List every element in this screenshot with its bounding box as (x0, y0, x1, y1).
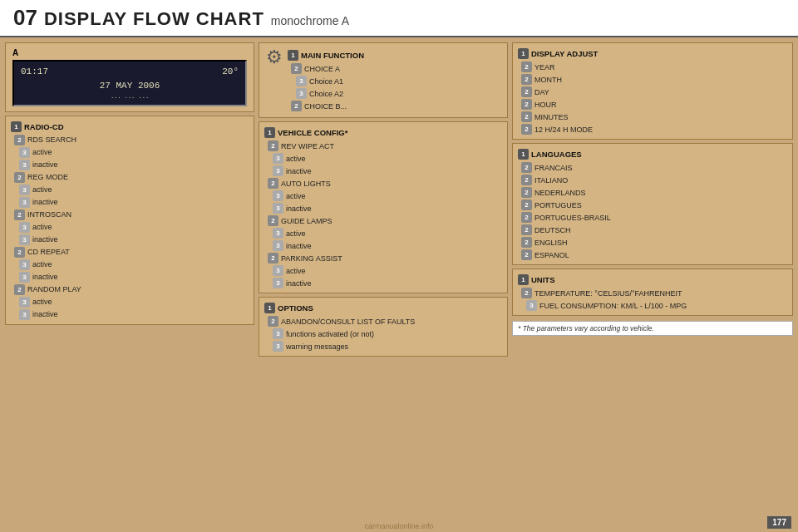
rev-wipe-inactive: 3 inactive (264, 165, 502, 177)
parking-inactive: 3 inactive (264, 277, 502, 289)
lang-espanol: 2 ESPANOL (518, 249, 787, 261)
display-dots: ... ... ... (21, 92, 239, 101)
choice-a1: 3 Choice A1 (288, 75, 500, 87)
options-panel: 1 OPTIONS 2 ABANDON/CONSULT LIST OF FAUL… (259, 297, 508, 357)
introscan-inactive: 3 inactive (11, 234, 249, 246)
main-content: A 01:17 20° 27 MAY 2006 ... ... ... 1 RA… (0, 37, 798, 532)
main-function-title: 1 MAIN FUNCTION (288, 48, 500, 62)
cd-repeat-active: 3 active (11, 259, 249, 271)
h-mode-item: 2 12 H/24 H MODE (518, 123, 787, 135)
rds-active: 3 active (11, 146, 249, 159)
languages-panel: 1 LANGUAGES 2 FRANCAIS 2 ITALIANO 2 NEDE… (512, 143, 793, 265)
display-label: A (12, 48, 247, 57)
middle-column: ⚙ 1 MAIN FUNCTION 2 CHOICE A 3 Choice A1 (259, 42, 508, 528)
reg-active: 3 active (11, 184, 249, 196)
auto-lights-active: 3 active (264, 190, 502, 202)
lang-deutsch: 2 DEUTSCH (518, 224, 787, 236)
cd-repeat-inactive: 3 inactive (11, 271, 249, 283)
display-time: 01:17 (21, 65, 48, 79)
day-item: 2 DAY (518, 86, 787, 98)
right-column: 1 DISPLAY ADJUST 2 YEAR 2 MONTH 2 DAY 2 … (512, 42, 793, 528)
reg-inactive: 3 inactive (11, 196, 249, 209)
page-number: 177 (767, 516, 791, 529)
introscan: 2 INTROSCAN (11, 209, 249, 221)
choice-a2: 3 Choice A2 (288, 87, 500, 100)
auto-lights-inactive: 3 inactive (264, 202, 502, 214)
display-temp: 20° (222, 65, 239, 79)
temperature-unit: 2 TEMPERATURE: °CELSIUS/°FAHRENHEIT (518, 287, 787, 299)
radio-cd-title: 1 RADIO-CD (11, 120, 249, 134)
introscan-active: 3 active (11, 221, 249, 234)
units-title: 1 UNITS (518, 273, 787, 287)
page-header: 07 DISPLAY FLOW CHART monochrome A (0, 0, 798, 37)
abandon-faults: 2 ABANDON/CONSULT LIST OF FAULTS (264, 315, 502, 328)
units-panel: 1 UNITS 2 TEMPERATURE: °CELSIUS/°FAHRENH… (512, 268, 793, 316)
choice-a: 2 CHOICE A (288, 62, 500, 75)
fuel-unit: 3 FUEL CONSUMPTION: KM/L - L/100 - MPG (518, 299, 787, 312)
choice-b: 2 CHOICE B... (288, 100, 500, 112)
page-subtitle: monochrome A (271, 14, 349, 27)
random-inactive: 3 inactive (11, 308, 249, 321)
lang-portugues-brasil: 2 PORTUGUES-BRASIL (518, 211, 787, 224)
year-item: 2 YEAR (518, 61, 787, 73)
rds-inactive: 3 inactive (11, 159, 249, 171)
watermark: carmanualonline.info (364, 522, 433, 530)
vehicle-config-title: 1 VEHICLE CONFIG* (264, 126, 502, 140)
display-section: A 01:17 20° 27 MAY 2006 ... ... ... (5, 42, 254, 112)
auto-lights: 2 AUTO LIGHTS (264, 177, 502, 190)
rev-wipe-act: 2 REV WIPE ACT (264, 140, 502, 152)
vehicle-config-panel: 1 VEHICLE CONFIG* 2 REV WIPE ACT 3 activ… (259, 121, 508, 293)
display-date: 27 MAY 2006 (21, 79, 239, 93)
month-item: 2 MONTH (518, 73, 787, 86)
lang-english: 2 ENGLISH (518, 236, 787, 249)
rds-search: 2 RDS SEARCH (11, 134, 249, 146)
rev-wipe-active: 3 active (264, 152, 502, 165)
random-active: 3 active (11, 296, 249, 308)
chapter-number: 07 (13, 5, 37, 31)
display-screen: 01:17 20° 27 MAY 2006 ... ... ... (12, 60, 247, 106)
hour-item: 2 HOUR (518, 98, 787, 111)
display-adjust-panel: 1 DISPLAY ADJUST 2 YEAR 2 MONTH 2 DAY 2 … (512, 42, 793, 140)
cd-repeat: 2 CD REPEAT (11, 246, 249, 259)
parking-active: 3 active (264, 264, 502, 277)
parking-assist: 2 PARKING ASSIST (264, 252, 502, 264)
functions-activated: 3 functions activated (or not) (264, 328, 502, 340)
footer-note: * The parameters vary according to vehic… (512, 321, 793, 336)
radio-cd-panel: 1 RADIO-CD 2 RDS SEARCH 3 active 3 inact… (5, 116, 254, 325)
warning-messages: 3 warning messages (264, 340, 502, 352)
languages-title: 1 LANGUAGES (518, 147, 787, 161)
lang-francais: 2 FRANCAIS (518, 161, 787, 174)
lang-nederlands: 2 NEDERLANDS (518, 186, 787, 199)
left-column: A 01:17 20° 27 MAY 2006 ... ... ... 1 RA… (5, 42, 254, 528)
gear-icon: ⚙ (266, 47, 283, 68)
reg-mode: 2 REG MODE (11, 171, 249, 184)
guide-lamps-active: 3 active (264, 227, 502, 239)
guide-lamps-inactive: 3 inactive (264, 239, 502, 252)
lang-italiano: 2 ITALIANO (518, 174, 787, 186)
main-function-panel: ⚙ 1 MAIN FUNCTION 2 CHOICE A 3 Choice A1 (259, 42, 508, 118)
badge-1-radio: 1 (11, 121, 22, 132)
page-title: DISPLAY FLOW CHART (44, 8, 264, 30)
options-title: 1 OPTIONS (264, 301, 502, 315)
lang-portugues: 2 PORTUGUES (518, 199, 787, 211)
minutes-item: 2 MINUTES (518, 111, 787, 123)
random-play: 2 RANDOM PLAY (11, 283, 249, 296)
display-adjust-title: 1 DISPLAY ADJUST (518, 47, 787, 61)
guide-lamps: 2 GUIDE LAMPS (264, 214, 502, 227)
